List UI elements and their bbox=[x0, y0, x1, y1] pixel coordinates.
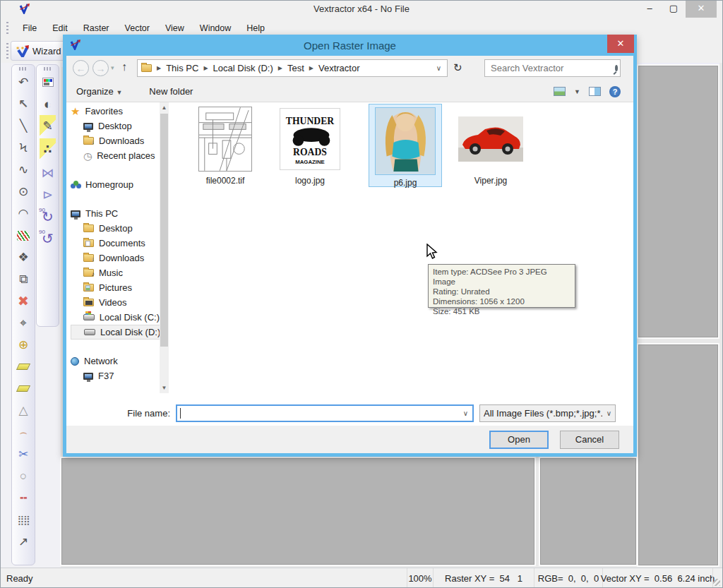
mdi-panel-top bbox=[638, 66, 718, 337]
sidebar-item-videos[interactable]: Videos bbox=[71, 295, 160, 310]
sidebar-item-network[interactable]: Network bbox=[71, 354, 160, 368]
menu-vector[interactable]: Vector bbox=[117, 20, 157, 36]
breadcrumb-separator: ▶ bbox=[198, 65, 213, 71]
sidebar-item-f37[interactable]: F37 bbox=[71, 368, 160, 383]
tool-add-arc-node-button[interactable]: ⌢ bbox=[12, 421, 35, 443]
status-ready: Ready bbox=[1, 568, 407, 588]
help-icon[interactable]: ? bbox=[609, 86, 621, 97]
tool-mirror-button[interactable]: ⋈ bbox=[37, 162, 59, 184]
cancel-button[interactable]: Cancel bbox=[560, 431, 619, 449]
tool-polyline-button[interactable]: Ϟ bbox=[12, 137, 35, 159]
sidebar-item-desktop[interactable]: Desktop bbox=[71, 119, 160, 133]
view-caret-icon[interactable]: ▼ bbox=[574, 88, 580, 95]
sidebar-item-local-disk-c[interactable]: Local Disk (C:) bbox=[71, 310, 160, 325]
tool-undo-button[interactable]: ↶ bbox=[12, 71, 35, 93]
black-white-icon: ◐ bbox=[44, 97, 52, 112]
tool-move-button[interactable]: ❖ bbox=[12, 246, 35, 268]
maximize-button[interactable]: ▢ bbox=[662, 1, 686, 18]
sidebar-item-favorites[interactable]: ★Favorites bbox=[71, 104, 160, 119]
tool-palette-button[interactable] bbox=[37, 71, 59, 93]
star-icon: ★ bbox=[71, 105, 80, 118]
tool-snap-pointer-button[interactable]: ↗ bbox=[12, 531, 35, 553]
scroll-up-icon[interactable]: ▲ bbox=[160, 102, 169, 113]
back-button[interactable]: ← bbox=[73, 60, 89, 76]
sidebar-item-recent-places[interactable]: ◷Recent places bbox=[71, 148, 160, 163]
move-icon: ❖ bbox=[18, 250, 28, 265]
tool-delete-button[interactable]: ✖ bbox=[12, 290, 35, 312]
music-folder-icon: ♪ bbox=[83, 269, 94, 277]
breadcrumb-local-disk-d[interactable]: Local Disk (D:) bbox=[213, 63, 273, 73]
tool-despeckle-dots-button[interactable]: ∴ bbox=[40, 138, 56, 160]
file-tile-viper[interactable]: Viper.jpg bbox=[453, 105, 528, 186]
tool-trace-button[interactable] bbox=[12, 224, 35, 246]
search-box[interactable] bbox=[484, 59, 621, 77]
tool-despeckle-pen-button[interactable]: ✎ bbox=[40, 115, 56, 137]
tool-rotate-cw-button[interactable]: 90↻ bbox=[37, 205, 59, 227]
sidebar-item-downloads[interactable]: ↓Downloads bbox=[71, 133, 160, 148]
organize-button[interactable]: Organize ▼ bbox=[76, 86, 122, 97]
filename-dropdown-icon[interactable]: ∨ bbox=[463, 409, 472, 417]
tool-add-circle-node-button[interactable]: ○ bbox=[12, 465, 35, 487]
sidebar-item-homegroup[interactable]: Homegroup bbox=[71, 177, 160, 192]
sidebar-item-documents[interactable]: Documents bbox=[71, 236, 160, 251]
sidebar-item-this-pc[interactable]: This PC bbox=[71, 206, 160, 221]
tool-erase-button[interactable] bbox=[12, 356, 35, 378]
breadcrumb-vextractor[interactable]: Vextractor bbox=[318, 63, 360, 73]
tool-center-node-button[interactable]: ⊕ bbox=[12, 334, 35, 356]
menu-file[interactable]: File bbox=[15, 20, 44, 36]
dialog-close-button[interactable]: ✕ bbox=[607, 35, 634, 53]
search-input[interactable] bbox=[491, 63, 615, 73]
tool-erase-segment-button[interactable] bbox=[12, 378, 35, 400]
tool-break-line-button[interactable]: ╍ bbox=[12, 487, 35, 509]
forward-button[interactable]: → bbox=[92, 60, 109, 76]
sidebar-scrollbar[interactable]: ▲ ▼ bbox=[160, 102, 169, 393]
tool-cut-button[interactable]: ✂ bbox=[12, 443, 35, 465]
tool-line-button[interactable]: ╲ bbox=[12, 115, 35, 137]
sidebar-item-pc-desktop[interactable]: Desktop bbox=[71, 221, 160, 236]
tool-copy-button[interactable]: ⧉ bbox=[12, 268, 35, 290]
file-tile-logo[interactable]: THUNDER ROADS MAGAZINE logo.jpg bbox=[273, 105, 347, 186]
menu-edit[interactable]: Edit bbox=[44, 20, 76, 36]
breadcrumb-test[interactable]: Test bbox=[287, 63, 304, 73]
preview-pane-icon[interactable] bbox=[589, 87, 601, 96]
tool-add-vertex-button[interactable]: △ bbox=[12, 400, 35, 421]
close-button[interactable]: ✕ bbox=[686, 1, 717, 18]
tool-arc-button[interactable]: ◠ bbox=[12, 203, 35, 224]
open-button[interactable]: Open bbox=[489, 431, 549, 449]
tool-select-button[interactable]: ↖ bbox=[12, 93, 35, 115]
menu-raster[interactable]: Raster bbox=[76, 20, 117, 36]
up-button[interactable]: ↑ bbox=[121, 61, 127, 73]
thumbnail-viper bbox=[453, 105, 528, 173]
file-tile-p6-selected[interactable]: p6.jpg bbox=[369, 104, 442, 187]
breadcrumb-this-pc[interactable]: This PC bbox=[166, 63, 198, 73]
sidebar-item-pictures[interactable]: Pictures bbox=[71, 280, 160, 295]
refresh-button[interactable]: ↻ bbox=[453, 61, 462, 74]
menu-view[interactable]: View bbox=[157, 20, 192, 36]
minimize-button[interactable]: – bbox=[638, 1, 662, 18]
filetype-dropdown[interactable]: All Image Files (*.bmp;*.jpg;*.tif ∨ bbox=[479, 404, 616, 422]
tool-curve-button[interactable]: ∿ bbox=[12, 159, 35, 181]
scroll-down-icon[interactable]: ▼ bbox=[160, 383, 169, 393]
breadcrumb-caret[interactable]: ∨ bbox=[436, 64, 447, 72]
scrollbar-thumb[interactable] bbox=[160, 114, 168, 347]
sidebar-item-local-disk-d[interactable]: Local Disk (D:) bbox=[71, 325, 168, 340]
new-folder-button[interactable]: New folder bbox=[149, 86, 193, 97]
change-view-icon[interactable] bbox=[554, 87, 566, 96]
tool-circle-button[interactable]: ⊙ bbox=[12, 181, 35, 203]
menu-help[interactable]: Help bbox=[239, 20, 273, 36]
dialog-titlebar: Open Raster Image ✕ bbox=[63, 35, 637, 56]
tool-flip-button[interactable]: ⊳ bbox=[37, 184, 59, 205]
history-dropdown[interactable]: ▾ bbox=[111, 64, 114, 71]
sidebar-item-pc-downloads[interactable]: ↓Downloads bbox=[71, 251, 160, 265]
tool-black-white-button[interactable]: ◐ bbox=[37, 93, 59, 115]
menu-window[interactable]: Window bbox=[192, 20, 239, 36]
sidebar-item-music[interactable]: ♪Music bbox=[71, 265, 160, 280]
filename-combobox[interactable]: ∨ bbox=[176, 404, 474, 422]
tool-rotate-ccw-button[interactable]: 90↺ bbox=[37, 227, 59, 249]
tool-move-node-button[interactable]: ⌖ bbox=[12, 312, 35, 334]
file-tile-file0002[interactable]: file0002.tif bbox=[188, 105, 263, 186]
breadcrumb[interactable]: ▶ This PC ▶ Local Disk (D:) ▶ Test ▶ Vex… bbox=[137, 59, 448, 77]
wizard-button[interactable]: ✶✶ Wizard bbox=[11, 41, 66, 61]
tool-dot-grid-button[interactable]: ⣿⣿ bbox=[12, 509, 35, 531]
svg-text:ROADS: ROADS bbox=[293, 147, 327, 157]
